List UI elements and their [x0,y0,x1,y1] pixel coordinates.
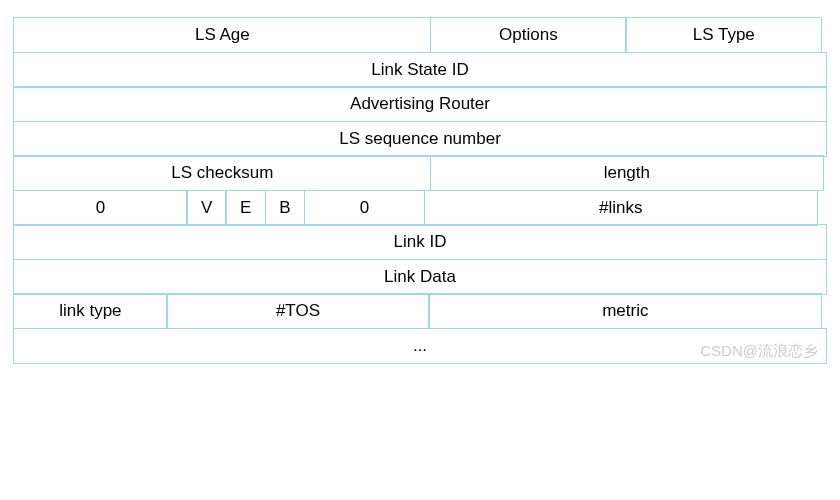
field-zero2: 0 [304,190,426,226]
field-ls-checksum: LS checksum [13,155,431,191]
field-ls-age: LS Age [13,17,431,53]
field-ls-type: LS Type [625,17,822,53]
field-link-id: Link ID [13,224,827,260]
field-ls-sequence: LS sequence number [13,121,827,157]
field-ellipsis: ... [13,328,827,364]
row-flags: 0 V E B 0 #links [14,191,826,226]
field-num-links: #links [424,190,818,226]
field-e-bit: E [225,190,266,226]
lsa-packet-diagram: LS Age Options LS Type Link State ID Adv… [14,18,826,363]
field-zero1: 0 [13,190,188,226]
field-v-bit: V [186,190,227,226]
field-tos: #TOS [166,293,430,329]
field-link-data: Link Data [13,259,827,295]
row-link-details: link type #TOS metric [14,294,826,329]
row-link-state-id: Link State ID [14,53,826,88]
field-length: length [430,155,824,191]
row-ls-sequence: LS sequence number [14,122,826,157]
field-link-type: link type [13,293,167,329]
row-ellipsis: ... [14,329,826,364]
field-options: Options [430,17,627,53]
row-checksum-length: LS checksum length [14,156,826,191]
field-b-bit: B [265,190,306,226]
row-link-id: Link ID [14,225,826,260]
field-metric: metric [428,293,822,329]
row-header: LS Age Options LS Type [14,18,826,53]
row-advertising-router: Advertising Router [14,87,826,122]
row-link-data: Link Data [14,260,826,295]
field-advertising-router: Advertising Router [13,86,827,122]
field-link-state-id: Link State ID [13,52,827,88]
